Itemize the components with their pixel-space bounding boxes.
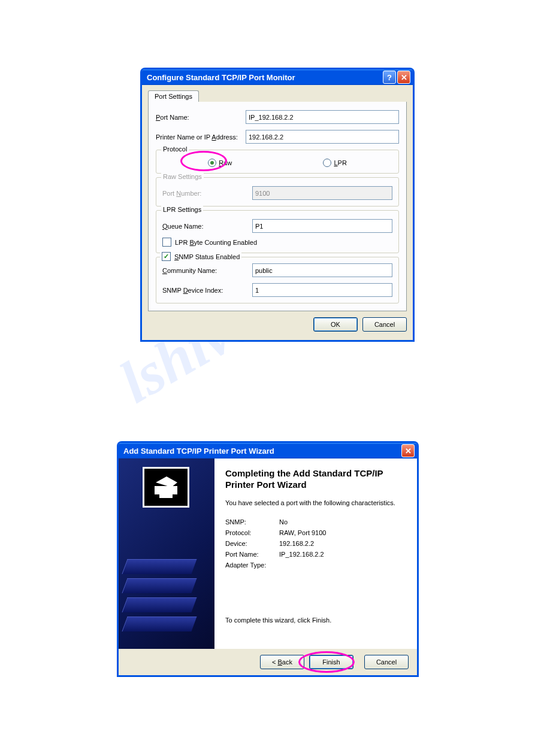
svg-rect-2 [159, 492, 173, 498]
prop-row-protocol: Protocol: RAW, Port 9100 [225, 529, 406, 536]
community-name-label: Community Name: [162, 267, 252, 274]
port-name-input[interactable] [246, 110, 399, 124]
wizard-heading: Completing the Add Standard TCP/IP Print… [225, 468, 406, 491]
prop-key: Port Name: [225, 551, 279, 558]
tab-port-settings[interactable]: Port Settings [148, 90, 199, 102]
prop-row-portname: Port Name: IP_192.168.2.2 [225, 551, 406, 558]
decorative-stack [122, 597, 197, 612]
snmp-index-label: SNMP Device Index: [162, 287, 252, 294]
raw-legend: Raw Settings [161, 173, 204, 180]
wizard-body: Completing the Add Standard TCP/IP Print… [119, 459, 417, 649]
port-number-input [252, 186, 392, 200]
help-button[interactable]: ? [383, 71, 396, 84]
close-button[interactable]: ✕ [401, 444, 415, 457]
queue-name-input[interactable] [252, 219, 392, 233]
close-button[interactable]: ✕ [397, 71, 410, 84]
printer-address-input[interactable] [246, 130, 399, 144]
prop-key: Protocol: [225, 529, 279, 536]
cancel-button[interactable]: Cancel [362, 317, 407, 332]
prop-key: SNMP: [225, 518, 279, 526]
wizard-content: Completing the Add Standard TCP/IP Print… [214, 459, 417, 649]
prop-value: 192.168.2.2 [279, 540, 314, 547]
wizard-subtext: You have selected a port with the follow… [225, 499, 406, 506]
svg-marker-0 [156, 476, 177, 487]
community-name-input[interactable] [252, 263, 392, 277]
close-icon: ✕ [401, 73, 407, 82]
checkbox-icon: ✓ [162, 252, 171, 261]
ok-button[interactable]: OK [313, 317, 358, 332]
finish-button[interactable]: Finish [309, 655, 353, 669]
radio-lpr-label: LPR [334, 159, 346, 166]
raw-settings-group: Raw Settings Port Number: [156, 177, 399, 207]
printer-icon [143, 467, 189, 508]
decorative-stack [122, 578, 197, 593]
snmp-enabled-checkbox-row[interactable]: ✓ SNMP Status Enabled [160, 252, 241, 261]
lpr-byte-checkbox-row[interactable]: LPR Byte Counting Enabled [162, 238, 392, 247]
prop-value: No [279, 518, 288, 526]
checkbox-icon [162, 238, 171, 247]
close-icon: ✕ [405, 447, 412, 456]
queue-name-label: Queue Name: [162, 223, 252, 230]
button-bar: < Back Finish Cancel [119, 649, 417, 675]
printer-address-label: Printer Name or IP Address: [156, 133, 246, 141]
tab-strip: Port Settings [148, 90, 407, 102]
radio-lpr[interactable]: LPR [323, 159, 346, 167]
tab-panel: Port Name: Printer Name or IP Address: P… [148, 102, 407, 311]
lpr-settings-group: LPR Settings Queue Name: LPR Byte Counti… [156, 210, 399, 253]
decorative-stack [122, 617, 197, 631]
port-name-label: Port Name: [156, 114, 246, 121]
add-port-wizard-dialog: Add Standard TCP/IP Printer Port Wizard … [118, 442, 418, 676]
protocol-group: Protocol Raw LPR [156, 150, 399, 174]
back-button[interactable]: < Back [260, 655, 304, 669]
radio-raw-label: Raw [219, 159, 232, 166]
titlebar[interactable]: Add Standard TCP/IP Printer Port Wizard … [119, 443, 417, 459]
dialog-title: Add Standard TCP/IP Printer Port Wizard [123, 447, 274, 456]
prop-value: RAW, Port 9100 [279, 529, 326, 536]
wizard-sidebar [119, 459, 214, 649]
prop-row-snmp: SNMP: No [225, 518, 406, 526]
configure-port-dialog: Configure Standard TCP/IP Port Monitor ?… [141, 69, 413, 341]
lpr-legend: LPR Settings [161, 206, 203, 213]
protocol-legend: Protocol [161, 145, 189, 153]
snmp-index-input[interactable] [252, 283, 392, 297]
radio-raw[interactable]: Raw [208, 159, 232, 167]
snmp-enabled-label: SNMP Status Enabled [174, 253, 240, 260]
button-bar: OK Cancel [148, 311, 407, 334]
snmp-group: ✓ SNMP Status Enabled Community Name: SN… [156, 257, 399, 303]
prop-row-adapter: Adapter Type: [225, 561, 406, 569]
prop-key: Device: [225, 540, 279, 547]
radio-icon [323, 159, 331, 167]
port-number-label: Port Number: [162, 190, 252, 197]
prop-key: Adapter Type: [225, 561, 279, 569]
dialog-title: Configure Standard TCP/IP Port Monitor [147, 73, 295, 82]
decorative-stack [122, 559, 197, 574]
lpr-byte-label: LPR Byte Counting Enabled [175, 239, 257, 246]
cancel-button[interactable]: Cancel [364, 655, 409, 669]
titlebar[interactable]: Configure Standard TCP/IP Port Monitor ?… [142, 69, 413, 85]
prop-value: IP_192.168.2.2 [279, 551, 324, 558]
prop-row-device: Device: 192.168.2.2 [225, 540, 406, 547]
radio-icon [208, 159, 216, 167]
wizard-footer-text: To complete this wizard, click Finish. [225, 617, 406, 624]
